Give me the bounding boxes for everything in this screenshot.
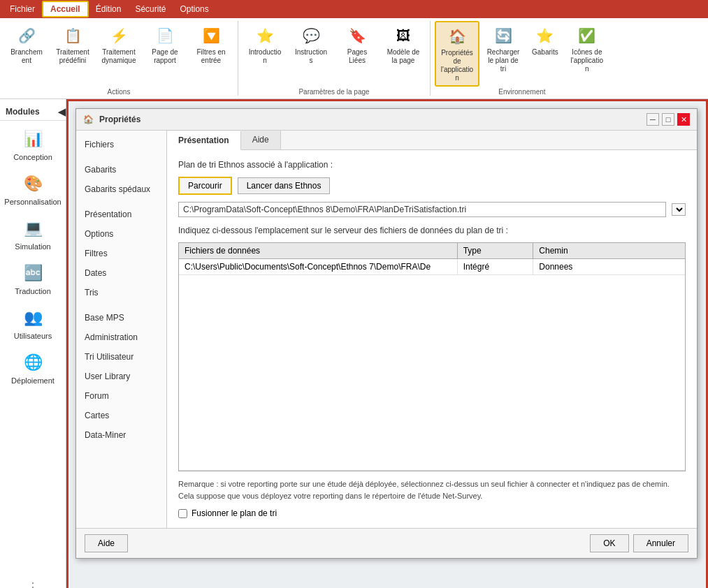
group-actions-label: Actions xyxy=(108,87,131,96)
ribbon-btn-proprietes-application[interactable]: 🏠 Propriétés de l'application xyxy=(435,21,479,87)
sidebar: Modules ◀ 📊 Conception 🎨 Personnalisatio… xyxy=(0,99,66,588)
nav-filtres[interactable]: Filtres xyxy=(76,244,166,263)
introduction-label: Introduction xyxy=(247,48,282,65)
ribbon-btn-traitement-dynamique[interactable]: ⚡ Traitement dynamique xyxy=(96,21,141,68)
table-empty-area xyxy=(179,275,685,471)
personnalisation-icon: 🎨 xyxy=(20,171,45,196)
aide-button[interactable]: Aide xyxy=(85,534,128,552)
icones-application-label: Icônes de l'application xyxy=(570,48,605,73)
tab-presentation[interactable]: Présentation xyxy=(167,131,241,150)
ribbon-btn-gabarits[interactable]: ⭐ Gabarits xyxy=(527,21,563,60)
nav-tri-utilisateur[interactable]: Tri Utilisateur xyxy=(76,347,166,367)
filtres-icon: 🔽 xyxy=(200,24,222,47)
ribbon-btn-filtres[interactable]: 🔽 Filtres en entrée xyxy=(189,21,233,68)
menu-bar: Fichier Accueil Édition Sécurité Options xyxy=(0,0,708,18)
icones-application-icon: ✅ xyxy=(576,24,598,47)
main-layout: Modules ◀ 📊 Conception 🎨 Personnalisatio… xyxy=(0,99,708,588)
nav-cartes[interactable]: Cartes xyxy=(76,406,166,425)
dialog-content: Présentation Aide Plan de tri Ethnos ass… xyxy=(167,131,697,528)
sidebar-more-dots[interactable]: ⋮ xyxy=(24,578,41,588)
utilisateurs-label: Utilisateurs xyxy=(14,332,52,340)
cell-fichier: C:\Users\Public\Documents\Soft-Concept\E… xyxy=(179,259,457,275)
nav-options[interactable]: Options xyxy=(76,224,166,244)
nav-divider-2 xyxy=(76,199,166,205)
sidebar-item-deploiement[interactable]: 🌐 Déploiement xyxy=(2,346,64,389)
notice-text: Remarque : si votre reporting porte sur … xyxy=(178,478,686,501)
nav-data-miner[interactable]: Data-Miner xyxy=(76,425,166,445)
traitement-dynamique-label: Traitement dynamique xyxy=(101,48,136,65)
simulation-label: Simulation xyxy=(15,242,50,251)
dialog-maximize-btn[interactable]: □ xyxy=(662,113,674,126)
recharger-plan-icon: 🔄 xyxy=(492,24,514,47)
ribbon-btn-traitement-predefini[interactable]: 📋 Traitement prédéfini xyxy=(50,21,95,68)
menu-accueil[interactable]: Accueil xyxy=(42,1,89,17)
tab-aide[interactable]: Aide xyxy=(241,131,281,149)
menu-fichier[interactable]: Fichier xyxy=(3,2,42,16)
ok-button[interactable]: OK xyxy=(590,534,628,552)
fichiers-table: Fichiers de données Type Chemin C:\Users… xyxy=(179,243,685,471)
dialog-minimize-btn[interactable]: ─ xyxy=(646,113,659,126)
traduction-icon: 🔤 xyxy=(20,260,45,286)
nav-base-mps[interactable]: Base MPS xyxy=(76,308,166,328)
utilisateurs-icon: 👥 xyxy=(20,305,45,330)
annuler-button[interactable]: Annuler xyxy=(633,534,688,552)
ribbon-parametres-buttons: ⭐ Introduction 💬 Instructions 🔖 Pages Li… xyxy=(243,21,426,87)
sidebar-item-simulation[interactable]: 💻 Simulation xyxy=(2,212,64,255)
recharger-plan-label: Recharger le plan de tri xyxy=(486,48,521,73)
ribbon-btn-pages-liees[interactable]: 🔖 Pages Liées xyxy=(335,21,380,68)
group-parametres-label: Paramètres de la page xyxy=(298,87,369,96)
nav-gabarits-speciaux[interactable]: Gabarits spédaux xyxy=(76,179,166,199)
filtres-label: Filtres en entrée xyxy=(194,48,229,65)
menu-options[interactable]: Options xyxy=(173,2,215,16)
nav-dates[interactable]: Dates xyxy=(76,263,166,283)
plan-tri-dropdown[interactable]: ▼ xyxy=(672,203,686,216)
personnalisation-label: Personnalisation xyxy=(4,198,61,206)
ribbon-btn-icones-application[interactable]: ✅ Icônes de l'application xyxy=(565,21,609,77)
sidebar-item-conception[interactable]: 📊 Conception xyxy=(2,122,64,166)
proprietes-application-label: Propriétés de l'application xyxy=(440,49,474,82)
plan-tri-row: Plan de tri Ethnos associé à l'applicati… xyxy=(178,160,686,170)
deploiement-label: Déploiement xyxy=(11,376,55,385)
ribbon-btn-modele-page[interactable]: 🖼 Modèle de la page xyxy=(381,21,426,68)
nav-user-library[interactable]: User Library xyxy=(76,367,166,386)
plan-tri-label: Plan de tri Ethnos associé à l'applicati… xyxy=(178,160,333,170)
dialog-close-btn[interactable]: ✕ xyxy=(677,113,690,126)
pages-liees-icon: 🔖 xyxy=(346,24,368,47)
ribbon: 🔗 Branchement 📋 Traitement prédéfini ⚡ T… xyxy=(0,18,708,99)
fusionner-checkbox-row: Fusionner le plan de tri xyxy=(178,508,686,518)
ribbon-btn-page-rapport[interactable]: 📄 Page de rapport xyxy=(143,21,187,68)
sidebar-collapse-btn[interactable]: ◀ xyxy=(58,106,66,117)
col-header-type: Type xyxy=(457,243,533,259)
ribbon-btn-instructions[interactable]: 💬 Instructions xyxy=(289,21,333,68)
sidebar-title: Modules ◀ xyxy=(0,103,66,121)
nav-forum[interactable]: Forum xyxy=(76,386,166,406)
menu-securite[interactable]: Sécurité xyxy=(128,2,173,16)
dialog-footer: Aide OK Annuler xyxy=(76,528,697,558)
branchement-icon: 🔗 xyxy=(15,24,38,47)
sidebar-item-personnalisation[interactable]: 🎨 Personnalisation xyxy=(2,167,64,210)
lancer-ethnos-button[interactable]: Lancer dans Ethnos xyxy=(238,177,331,194)
nav-gabarits[interactable]: Gabarits xyxy=(76,160,166,179)
table-row[interactable]: C:\Users\Public\Documents\Soft-Concept\E… xyxy=(179,259,685,275)
sidebar-item-utilisateurs[interactable]: 👥 Utilisateurs xyxy=(2,301,64,344)
ribbon-btn-recharger-plan[interactable]: 🔄 Recharger le plan de tri xyxy=(481,21,526,77)
nav-tris[interactable]: Tris xyxy=(76,283,166,302)
plan-tri-path-row: ▼ xyxy=(178,202,686,217)
fusionner-checkbox[interactable] xyxy=(178,509,187,518)
ribbon-btn-introduction[interactable]: ⭐ Introduction xyxy=(243,21,287,68)
plan-tri-path-input[interactable] xyxy=(178,202,666,217)
page-rapport-label: Page de rapport xyxy=(147,48,182,65)
dialog-overlay: 🏠 Propriétés ─ □ ✕ Fichiers Gab xyxy=(68,101,706,588)
ribbon-btn-branchement[interactable]: 🔗 Branchement xyxy=(4,21,49,68)
main-content-area: 🏠 Propriétés ─ □ ✕ Fichiers Gab xyxy=(66,99,708,588)
ribbon-group-actions: 🔗 Branchement 📋 Traitement prédéfini ⚡ T… xyxy=(0,21,238,96)
nav-administration[interactable]: Administration xyxy=(76,328,166,347)
parcourir-button[interactable]: Parcourir xyxy=(178,177,232,195)
sidebar-item-traduction[interactable]: 🔤 Traduction xyxy=(2,256,64,300)
dialog-body: Fichiers Gabarits Gabarits spédaux Prése… xyxy=(76,131,697,528)
menu-edition[interactable]: Édition xyxy=(89,2,129,16)
traduction-label: Traduction xyxy=(15,287,51,295)
dialog-panel: Plan de tri Ethnos associé à l'applicati… xyxy=(167,150,697,528)
nav-presentation[interactable]: Présentation xyxy=(76,205,166,224)
nav-fichiers[interactable]: Fichiers xyxy=(76,135,166,154)
